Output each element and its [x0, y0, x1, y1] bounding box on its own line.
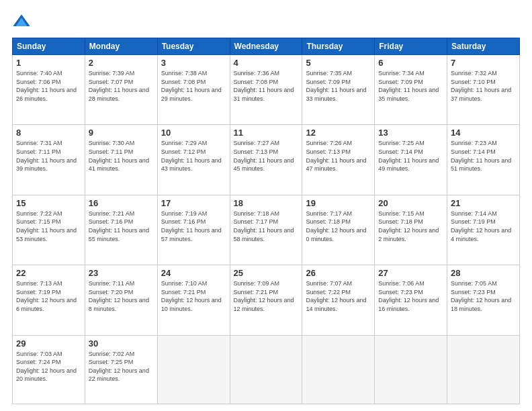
day-info: Sunrise: 7:30 AMSunset: 7:11 PMDaylight:… — [89, 139, 154, 173]
calendar-cell: 10Sunrise: 7:29 AMSunset: 7:12 PMDayligh… — [157, 125, 230, 195]
day-info: Sunrise: 7:35 AMSunset: 7:09 PMDaylight:… — [306, 69, 371, 103]
day-info: Sunrise: 7:09 AMSunset: 7:21 PMDaylight:… — [234, 279, 299, 313]
day-info: Sunrise: 7:14 AMSunset: 7:19 PMDaylight:… — [451, 210, 516, 243]
calendar-cell — [447, 335, 520, 404]
day-number: 9 — [89, 128, 154, 138]
day-info: Sunrise: 7:23 AMSunset: 7:14 PMDaylight:… — [451, 139, 516, 173]
calendar-cell — [230, 335, 302, 404]
day-number: 29 — [16, 338, 81, 349]
day-number: 8 — [16, 128, 81, 138]
calendar-week-2: 8Sunrise: 7:31 AMSunset: 7:11 PMDaylight… — [13, 125, 520, 195]
calendar-page: SundayMondayTuesdayWednesdayThursdayFrid… — [0, 0, 532, 411]
day-number: 24 — [161, 268, 226, 278]
day-number: 12 — [306, 128, 371, 138]
day-info: Sunrise: 7:11 AMSunset: 7:20 PMDaylight:… — [89, 279, 154, 313]
day-number: 16 — [89, 198, 154, 208]
day-info: Sunrise: 7:39 AMSunset: 7:07 PMDaylight:… — [89, 69, 154, 103]
day-info: Sunrise: 7:40 AMSunset: 7:06 PMDaylight:… — [16, 69, 81, 103]
day-info: Sunrise: 7:05 AMSunset: 7:23 PMDaylight:… — [451, 279, 516, 313]
logo-icon — [12, 12, 31, 31]
calendar-cell: 11Sunrise: 7:27 AMSunset: 7:13 PMDayligh… — [230, 125, 302, 195]
calendar-cell: 15Sunrise: 7:22 AMSunset: 7:15 PMDayligh… — [13, 195, 85, 265]
weekday-wednesday: Wednesday — [230, 38, 302, 55]
day-number: 6 — [378, 58, 443, 68]
day-info: Sunrise: 7:31 AMSunset: 7:11 PMDaylight:… — [16, 139, 81, 173]
calendar-cell: 2Sunrise: 7:39 AMSunset: 7:07 PMDaylight… — [85, 55, 157, 125]
calendar-week-3: 15Sunrise: 7:22 AMSunset: 7:15 PMDayligh… — [13, 195, 520, 265]
calendar-cell — [302, 335, 375, 404]
calendar-cell: 27Sunrise: 7:06 AMSunset: 7:23 PMDayligh… — [375, 265, 447, 335]
day-info: Sunrise: 7:36 AMSunset: 7:08 PMDaylight:… — [234, 69, 299, 103]
day-number: 4 — [234, 58, 299, 68]
calendar-cell: 13Sunrise: 7:25 AMSunset: 7:14 PMDayligh… — [375, 125, 447, 195]
calendar-cell: 9Sunrise: 7:30 AMSunset: 7:11 PMDaylight… — [85, 125, 157, 195]
day-info: Sunrise: 7:25 AMSunset: 7:14 PMDaylight:… — [378, 139, 443, 173]
day-info: Sunrise: 7:10 AMSunset: 7:21 PMDaylight:… — [161, 279, 226, 313]
day-info: Sunrise: 7:34 AMSunset: 7:09 PMDaylight:… — [378, 69, 443, 103]
calendar-body: 1Sunrise: 7:40 AMSunset: 7:06 PMDaylight… — [13, 55, 520, 404]
calendar-cell: 28Sunrise: 7:05 AMSunset: 7:23 PMDayligh… — [447, 265, 520, 335]
weekday-sunday: Sunday — [13, 38, 85, 55]
header — [12, 12, 520, 31]
day-info: Sunrise: 7:29 AMSunset: 7:12 PMDaylight:… — [161, 139, 226, 173]
day-number: 26 — [306, 268, 371, 278]
weekday-saturday: Saturday — [447, 38, 520, 55]
day-number: 1 — [16, 58, 81, 68]
day-number: 22 — [16, 268, 81, 278]
calendar-cell: 18Sunrise: 7:18 AMSunset: 7:17 PMDayligh… — [230, 195, 302, 265]
day-info: Sunrise: 7:07 AMSunset: 7:22 PMDaylight:… — [306, 279, 371, 313]
day-number: 7 — [451, 58, 516, 68]
calendar-table: SundayMondayTuesdayWednesdayThursdayFrid… — [12, 38, 520, 404]
calendar-cell — [157, 335, 230, 404]
day-number: 19 — [306, 198, 371, 208]
calendar-cell: 5Sunrise: 7:35 AMSunset: 7:09 PMDaylight… — [302, 55, 375, 125]
day-number: 11 — [234, 128, 299, 138]
day-number: 17 — [161, 198, 226, 208]
day-info: Sunrise: 7:15 AMSunset: 7:18 PMDaylight:… — [378, 210, 443, 243]
calendar-cell: 7Sunrise: 7:32 AMSunset: 7:10 PMDaylight… — [447, 55, 520, 125]
calendar-cell: 4Sunrise: 7:36 AMSunset: 7:08 PMDaylight… — [230, 55, 302, 125]
calendar-cell: 6Sunrise: 7:34 AMSunset: 7:09 PMDaylight… — [375, 55, 447, 125]
calendar-cell: 20Sunrise: 7:15 AMSunset: 7:18 PMDayligh… — [375, 195, 447, 265]
day-info: Sunrise: 7:03 AMSunset: 7:24 PMDaylight:… — [16, 350, 81, 383]
calendar-cell: 12Sunrise: 7:26 AMSunset: 7:13 PMDayligh… — [302, 125, 375, 195]
day-info: Sunrise: 7:02 AMSunset: 7:25 PMDaylight:… — [89, 350, 154, 383]
calendar-cell: 19Sunrise: 7:17 AMSunset: 7:18 PMDayligh… — [302, 195, 375, 265]
day-info: Sunrise: 7:26 AMSunset: 7:13 PMDaylight:… — [306, 139, 371, 173]
day-info: Sunrise: 7:19 AMSunset: 7:16 PMDaylight:… — [161, 210, 226, 243]
day-info: Sunrise: 7:06 AMSunset: 7:23 PMDaylight:… — [378, 279, 443, 313]
day-number: 10 — [161, 128, 226, 138]
calendar-cell: 26Sunrise: 7:07 AMSunset: 7:22 PMDayligh… — [302, 265, 375, 335]
weekday-friday: Friday — [375, 38, 447, 55]
day-info: Sunrise: 7:21 AMSunset: 7:16 PMDaylight:… — [89, 210, 154, 243]
calendar-week-5: 29Sunrise: 7:03 AMSunset: 7:24 PMDayligh… — [13, 335, 520, 404]
calendar-cell: 21Sunrise: 7:14 AMSunset: 7:19 PMDayligh… — [447, 195, 520, 265]
day-info: Sunrise: 7:27 AMSunset: 7:13 PMDaylight:… — [234, 139, 299, 173]
calendar-cell: 23Sunrise: 7:11 AMSunset: 7:20 PMDayligh… — [85, 265, 157, 335]
day-number: 18 — [234, 198, 299, 208]
day-number: 21 — [451, 198, 516, 208]
day-number: 5 — [306, 58, 371, 68]
calendar-cell — [375, 335, 447, 404]
day-number: 20 — [378, 198, 443, 208]
weekday-thursday: Thursday — [302, 38, 375, 55]
day-number: 14 — [451, 128, 516, 138]
calendar-cell: 24Sunrise: 7:10 AMSunset: 7:21 PMDayligh… — [157, 265, 230, 335]
calendar-cell: 17Sunrise: 7:19 AMSunset: 7:16 PMDayligh… — [157, 195, 230, 265]
calendar-cell: 25Sunrise: 7:09 AMSunset: 7:21 PMDayligh… — [230, 265, 302, 335]
weekday-tuesday: Tuesday — [157, 38, 230, 55]
day-number: 28 — [451, 268, 516, 278]
calendar-cell: 30Sunrise: 7:02 AMSunset: 7:25 PMDayligh… — [85, 335, 157, 404]
calendar-week-1: 1Sunrise: 7:40 AMSunset: 7:06 PMDaylight… — [13, 55, 520, 125]
day-number: 23 — [89, 268, 154, 278]
calendar-cell: 8Sunrise: 7:31 AMSunset: 7:11 PMDaylight… — [13, 125, 85, 195]
day-info: Sunrise: 7:38 AMSunset: 7:08 PMDaylight:… — [161, 69, 226, 103]
day-info: Sunrise: 7:17 AMSunset: 7:18 PMDaylight:… — [306, 210, 371, 243]
day-number: 13 — [378, 128, 443, 138]
calendar-cell: 14Sunrise: 7:23 AMSunset: 7:14 PMDayligh… — [447, 125, 520, 195]
logo — [12, 12, 34, 31]
calendar-cell: 29Sunrise: 7:03 AMSunset: 7:24 PMDayligh… — [13, 335, 85, 404]
calendar-cell: 3Sunrise: 7:38 AMSunset: 7:08 PMDaylight… — [157, 55, 230, 125]
day-number: 15 — [16, 198, 81, 208]
day-number: 30 — [89, 338, 154, 349]
